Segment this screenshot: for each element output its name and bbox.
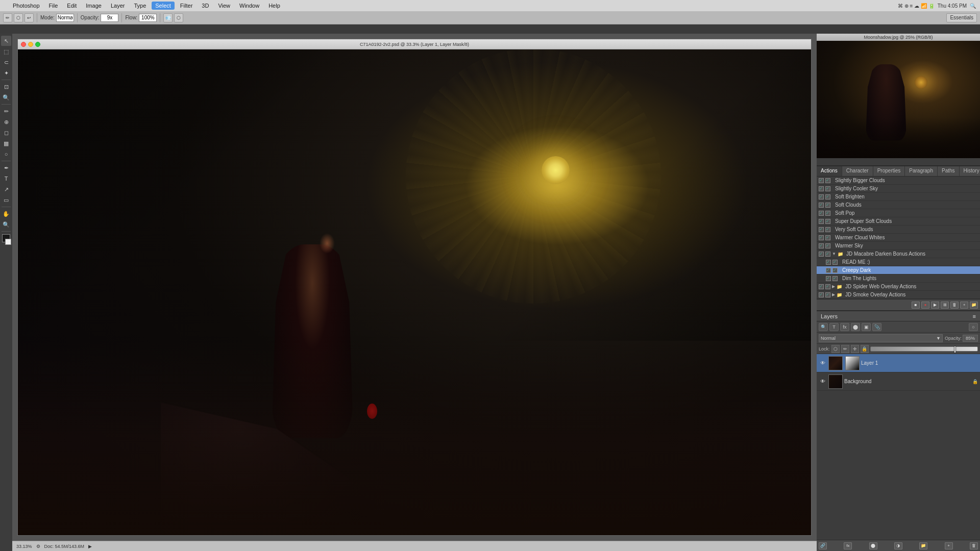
add-style-btn[interactable]: fx bbox=[844, 542, 852, 549]
expand-arrow-14[interactable]: ▶ bbox=[832, 292, 835, 297]
action-checkbox-2[interactable] bbox=[819, 194, 824, 199]
airbrush-btn[interactable]: 💨 bbox=[163, 13, 173, 22]
flow-input[interactable] bbox=[139, 14, 157, 22]
action-checkbox-10[interactable] bbox=[826, 260, 831, 265]
menu-select[interactable]: Select bbox=[152, 2, 175, 10]
folder-action-btn[interactable]: 📁 bbox=[970, 302, 978, 309]
menu-filter[interactable]: Filter bbox=[177, 2, 196, 10]
menu-help[interactable]: Help bbox=[265, 2, 284, 10]
action-item-14[interactable]: ▶📁JD Smoke Overlay Actions bbox=[817, 291, 980, 299]
action-item-9[interactable]: ▼📁JD Macabre Darken Bonus Actions bbox=[817, 250, 980, 258]
action-item-5[interactable]: Super Duper Soft Clouds bbox=[817, 217, 980, 226]
lock-move-btn[interactable]: ✛ bbox=[851, 345, 859, 353]
marquee-tool[interactable]: ⬚ bbox=[1, 46, 11, 57]
action-checkbox-11[interactable] bbox=[826, 268, 831, 273]
action-item-4[interactable]: Soft Pop bbox=[817, 209, 980, 217]
tool-icon-3[interactable]: ↩ bbox=[24, 13, 34, 22]
filter-type4[interactable]: ▣ bbox=[862, 323, 871, 331]
menu-window[interactable]: Window bbox=[236, 2, 263, 10]
menu-edit[interactable]: Edit bbox=[63, 2, 80, 10]
expand-arrow-13[interactable]: ▶ bbox=[832, 284, 835, 289]
action-item-11[interactable]: Creepy Dark bbox=[817, 266, 980, 274]
action-checkbox-9[interactable] bbox=[819, 252, 824, 257]
action-checkbox2-6[interactable] bbox=[825, 227, 830, 232]
action-checkbox-5[interactable] bbox=[819, 219, 824, 224]
layer-visibility-bg[interactable]: 👁 bbox=[819, 378, 827, 386]
action-item-2[interactable]: Soft Brighten bbox=[817, 193, 980, 201]
blend-mode-dropdown[interactable]: Normal ▼ bbox=[819, 334, 943, 342]
new-adjustment-btn[interactable]: ◑ bbox=[894, 542, 902, 549]
dodge-tool[interactable]: ○ bbox=[1, 149, 11, 159]
delete-action-btn[interactable]: 🗑 bbox=[950, 302, 959, 309]
action-checkbox2-3[interactable] bbox=[825, 203, 830, 208]
menu-3d[interactable]: 3D bbox=[198, 2, 212, 10]
action-item-13[interactable]: ▶📁JD Spider Web Overlay Actions bbox=[817, 283, 980, 291]
filter-type2[interactable]: fx bbox=[840, 323, 849, 331]
action-checkbox-4[interactable] bbox=[819, 211, 824, 216]
action-checkbox2-11[interactable] bbox=[832, 268, 838, 273]
action-checkbox-12[interactable] bbox=[826, 276, 831, 281]
magic-wand-tool[interactable]: ✦ bbox=[1, 68, 11, 78]
play-btn[interactable]: ▶ bbox=[931, 302, 939, 309]
essentials-btn-toolbar[interactable]: Essentials bbox=[946, 13, 977, 22]
gradient-tool[interactable]: ▦ bbox=[1, 138, 11, 148]
hand-tool[interactable]: ✋ bbox=[1, 209, 11, 219]
maximize-button[interactable] bbox=[35, 42, 40, 47]
tab-paths[interactable]: Paths bbox=[938, 166, 960, 176]
minimize-button[interactable] bbox=[28, 42, 33, 47]
action-checkbox-14[interactable] bbox=[819, 292, 824, 297]
fill-slider-thumb[interactable] bbox=[954, 346, 956, 353]
action-item-3[interactable]: Soft Clouds bbox=[817, 201, 980, 209]
action-checkbox2-10[interactable] bbox=[832, 260, 838, 265]
action-checkbox2-0[interactable] bbox=[825, 178, 830, 183]
action-checkbox2-9[interactable] bbox=[825, 252, 830, 257]
tool-icon-1[interactable]: ✏ bbox=[3, 13, 12, 22]
opacity-input[interactable] bbox=[101, 14, 118, 22]
menu-type[interactable]: Type bbox=[130, 2, 150, 10]
eyedropper-tool[interactable]: 🔍 bbox=[1, 92, 11, 103]
action-checkbox-13[interactable] bbox=[819, 284, 824, 289]
action-checkbox-3[interactable] bbox=[819, 203, 824, 208]
shape-tool[interactable]: ▭ bbox=[1, 195, 11, 205]
new-group-btn[interactable]: 📁 bbox=[919, 542, 927, 549]
status-icon[interactable]: ⚙ bbox=[36, 544, 40, 549]
tab-actions[interactable]: Actions bbox=[817, 166, 842, 176]
action-item-7[interactable]: Warmer Cloud Whites bbox=[817, 234, 980, 242]
lasso-tool[interactable]: ⊂ bbox=[1, 57, 11, 67]
action-checkbox2-12[interactable] bbox=[832, 276, 838, 281]
background-color[interactable] bbox=[5, 239, 11, 245]
action-checkbox-7[interactable] bbox=[819, 235, 824, 240]
expand-arrow-9[interactable]: ▼ bbox=[832, 252, 836, 256]
action-checkbox2-1[interactable] bbox=[825, 186, 830, 191]
zoom-tool[interactable]: 🔍 bbox=[1, 219, 11, 230]
fill-slider[interactable] bbox=[870, 346, 978, 352]
search-icon[interactable]: 🔍 bbox=[970, 3, 976, 9]
add-mask-btn[interactable]: ⬤ bbox=[869, 542, 877, 549]
tab-properties[interactable]: Properties bbox=[873, 166, 905, 176]
action-checkbox-6[interactable] bbox=[819, 227, 824, 232]
tool-icon-2[interactable]: ⬡ bbox=[14, 13, 23, 22]
action-checkbox2-5[interactable] bbox=[825, 219, 830, 224]
clone-tool[interactable]: ⊕ bbox=[1, 117, 11, 127]
filter-type5[interactable]: 📎 bbox=[872, 323, 881, 331]
progress-arrow[interactable]: ▶ bbox=[88, 544, 92, 549]
action-checkbox2-7[interactable] bbox=[825, 235, 830, 240]
mode-input[interactable] bbox=[56, 14, 74, 22]
tab-paragraph[interactable]: Paragraph bbox=[905, 166, 938, 176]
delete-layer-btn[interactable]: 🗑 bbox=[970, 542, 978, 549]
menu-photoshop[interactable]: Photoshop bbox=[9, 2, 43, 10]
filter-kind-btn[interactable]: 🔍 bbox=[819, 323, 828, 331]
layer-visibility-layer1[interactable]: 👁 bbox=[819, 359, 827, 367]
action-checkbox2-2[interactable] bbox=[825, 194, 830, 199]
filter-type3[interactable]: ⬤ bbox=[851, 323, 860, 331]
action-checkbox2-13[interactable] bbox=[825, 284, 830, 289]
tab-character[interactable]: Character bbox=[842, 166, 873, 176]
lock-all-btn[interactable]: 🔒 bbox=[861, 345, 869, 353]
stop-btn[interactable]: ■ bbox=[912, 302, 920, 309]
filter-type1[interactable]: T bbox=[829, 323, 839, 331]
menu-layer[interactable]: Layer bbox=[107, 2, 129, 10]
step-btn[interactable]: ⊞ bbox=[941, 302, 949, 309]
menu-view[interactable]: View bbox=[214, 2, 234, 10]
path-select-tool[interactable]: ↗ bbox=[1, 184, 11, 194]
close-button[interactable] bbox=[21, 42, 26, 47]
